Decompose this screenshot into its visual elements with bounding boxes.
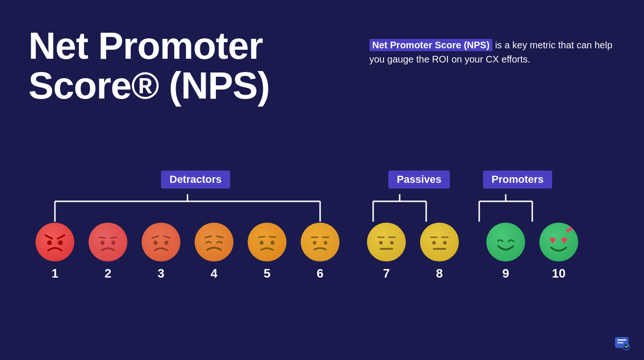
- svg-line-26: [259, 236, 265, 237]
- score-7: 7: [383, 266, 390, 281]
- svg-point-15: [58, 240, 63, 245]
- title-line1: Net Promoter: [28, 26, 269, 66]
- score-8: 8: [436, 266, 443, 281]
- face-3: [142, 223, 180, 261]
- bracket-svg: [28, 194, 616, 223]
- emoji-item-10: 10: [532, 223, 585, 281]
- svg-point-42: [443, 241, 447, 244]
- emoji-item-1: 1: [28, 223, 81, 281]
- svg-point-23: [164, 241, 169, 245]
- nps-highlight: Net Promoter Score (NPS): [369, 39, 492, 51]
- promoters-label: Promoters: [483, 171, 552, 189]
- svg-point-18: [100, 241, 105, 245]
- score-5: 5: [264, 266, 270, 281]
- svg-line-20: [152, 236, 158, 238]
- svg-line-12: [45, 235, 52, 239]
- detractors-label: Detractors: [161, 171, 230, 189]
- score-3: 3: [158, 266, 164, 281]
- face-9: [486, 223, 525, 261]
- face-5: [248, 223, 286, 261]
- emoji-item-6: 6: [294, 223, 347, 281]
- emoji-item-8: 8: [413, 223, 466, 281]
- svg-point-32: [313, 241, 316, 244]
- svg-point-29: [270, 241, 275, 245]
- score-1: 1: [52, 266, 58, 281]
- emoji-item-3: 3: [134, 223, 188, 281]
- svg-rect-46: [617, 342, 624, 343]
- svg-point-14: [47, 240, 52, 245]
- svg-point-41: [432, 241, 436, 244]
- score-9: 9: [502, 266, 509, 281]
- face-10: [539, 223, 578, 261]
- svg-line-24: [205, 236, 211, 238]
- emoji-item-7: 7: [360, 223, 413, 281]
- emoji-item-4: 4: [188, 223, 241, 281]
- svg-point-19: [111, 241, 116, 245]
- title-line2: Score® (NPS): [28, 66, 269, 106]
- main-title: Net Promoter Score® (NPS): [28, 26, 269, 106]
- description-block: Net Promoter Score (NPS) is a key metric…: [369, 38, 616, 66]
- svg-point-36: [379, 241, 383, 244]
- score-4: 4: [211, 266, 217, 281]
- svg-point-28: [259, 241, 264, 245]
- svg-line-16: [99, 237, 105, 238]
- emoji-item-9: 9: [479, 223, 532, 281]
- svg-point-37: [390, 241, 394, 244]
- emoji-item-5: 5: [241, 223, 294, 281]
- emoji-row: 1 2: [28, 223, 616, 281]
- svg-line-27: [269, 236, 276, 237]
- face-8: [420, 223, 459, 261]
- emoji-item-2: 2: [81, 223, 134, 281]
- face-4: [195, 223, 233, 261]
- face-2: [89, 223, 127, 261]
- svg-line-13: [58, 235, 64, 239]
- score-6: 6: [317, 266, 323, 281]
- svg-line-21: [164, 236, 170, 238]
- score-2: 2: [105, 266, 111, 281]
- svg-line-25: [217, 236, 223, 238]
- svg-rect-45: [617, 339, 626, 341]
- face-7: [367, 223, 406, 261]
- svg-line-17: [111, 237, 116, 238]
- svg-point-22: [153, 241, 158, 245]
- logo: [613, 333, 631, 351]
- face-1: [36, 223, 74, 261]
- passives-label: Passives: [388, 171, 450, 189]
- score-10: 10: [552, 266, 566, 281]
- diagram-area: Detractors Passives Promoters: [28, 171, 616, 281]
- face-6: [301, 223, 340, 261]
- svg-point-33: [324, 241, 327, 244]
